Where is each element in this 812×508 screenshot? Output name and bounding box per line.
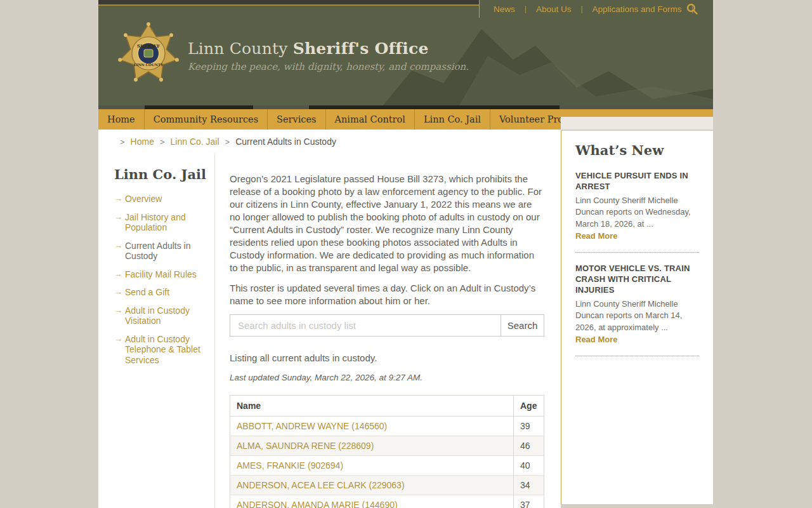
section-nav-list: → Overview → Jail History and Population… (114, 194, 214, 365)
inmate-name-cell: AMES, FRANKIE (902694) (230, 456, 514, 476)
svg-text:SHERIFF: SHERIFF (137, 43, 160, 49)
jail-section-nav: Linn Co. Jail → Overview → Jail History … (114, 154, 215, 508)
column-header-age: Age (514, 396, 544, 417)
section-nav-link[interactable]: Overview (125, 194, 162, 204)
utility-nav-link[interactable]: Applications and Forms (593, 4, 682, 14)
utility-nav-link[interactable]: News (494, 4, 515, 14)
header-top-strip (98, 0, 479, 6)
main-column: > Home > Linn Co. Jail > Current Adults … (98, 130, 561, 508)
inmate-age-cell: 46 (514, 436, 544, 456)
arrow-right-icon: → (114, 212, 122, 222)
section-nav-link[interactable]: Current Adults in Custody (125, 241, 191, 262)
table-row: ALMA, SAUNDRA RENE (228609) 46 (230, 436, 544, 456)
breadcrumb-link[interactable]: Home (131, 137, 154, 147)
news-item: MOTOR VEHICLE VS. TRAIN CRASH WITH CRITI… (575, 264, 699, 356)
roster-search-input[interactable] (230, 314, 501, 337)
read-more-link[interactable]: Read More (575, 335, 617, 344)
section-nav-link[interactable]: Send a Gift (125, 287, 169, 297)
news-title: VEHICLE PURSUIT ENDS IN ARREST (575, 171, 699, 192)
table-row: ANDERSON, AMANDA MARIE (144690) 37 (230, 495, 544, 508)
section-nav-item: → Jail History and Population (114, 212, 202, 233)
main-nav-tab[interactable]: Community Resources (145, 109, 268, 130)
last-updated-text: Last updated Sunday, March 22, 2026, at … (230, 373, 544, 382)
inmate-name-link[interactable]: ANDERSON, AMANDA MARIE (144690) (237, 500, 398, 508)
news-excerpt: Linn County Sheriff Michelle Duncan repo… (575, 195, 699, 230)
roster-section: Oregon’s 2021 Legislature passed House B… (215, 154, 561, 508)
arrow-right-icon: → (114, 241, 122, 250)
inmate-age-cell: 37 (514, 495, 544, 508)
main-nav-tab[interactable]: Home (98, 109, 145, 130)
section-nav-item: → Send a Gift (114, 287, 202, 298)
inmate-age-cell: 34 (514, 476, 544, 495)
intro-paragraph: Oregon’s 2021 Legislature passed House B… (230, 173, 544, 274)
content-columns: Linn Co. Jail → Overview → Jail History … (114, 154, 561, 508)
inmate-name-link[interactable]: AMES, FRANKIE (902694) (237, 460, 343, 471)
section-nav-link[interactable]: Jail History and Population (125, 212, 186, 233)
read-more-link[interactable]: Read More (575, 231, 617, 241)
utility-nav-item: About Us | (536, 4, 593, 14)
site-title: Linn County Sheriff's Office (188, 39, 469, 58)
svg-text:LINN COUNTY: LINN COUNTY (134, 63, 164, 67)
utility-nav-item: News | (494, 4, 536, 14)
utility-nav: News | About Us | Applications and Forms… (479, 0, 713, 18)
inmate-name-cell: ALMA, SAUNDRA RENE (228609) (230, 436, 514, 456)
news-excerpt: Linn County Sheriff Michelle Duncan repo… (575, 298, 699, 333)
section-nav-item: → Current Adults in Custody (114, 241, 202, 262)
masthead: Linn County Sheriff's Office Keeping the… (188, 39, 469, 72)
breadcrumb-separator: > (160, 137, 165, 147)
breadcrumb: > Home > Linn Co. Jail > Current Adults … (114, 130, 561, 154)
table-header-row: Name Age (230, 396, 544, 417)
section-nav-item: → Adult in Custody Telephone & Tablet Se… (114, 334, 202, 366)
main-nav-tab[interactable]: Services (268, 109, 325, 130)
arrow-right-icon: → (114, 334, 122, 344)
whats-new-sidebar: What’s New VEHICLE PURSUIT ENDS IN ARRES… (561, 130, 713, 508)
inmate-name-link[interactable]: ALMA, SAUNDRA RENE (228609) (237, 441, 374, 451)
column-header-name: Name (230, 396, 514, 417)
breadcrumb-item: > Home (114, 137, 154, 147)
breadcrumb-separator: > (120, 137, 125, 147)
inmate-name-cell: ABBOTT, ANDREW WAYNE (146560) (230, 417, 514, 436)
inmate-name-link[interactable]: ANDERSON, ACEA LEE CLARK (229063) (237, 480, 405, 490)
inmate-name-link[interactable]: ABBOTT, ANDREW WAYNE (146560) (237, 421, 387, 431)
search-icon[interactable] (686, 3, 698, 15)
table-row: ANDERSON, ACEA LEE CLARK (229063) 34 (230, 476, 544, 495)
listing-text: Listing all current adults in custody. (230, 352, 544, 363)
breadcrumb-item: > Linn Co. Jail (154, 137, 219, 147)
inmate-age-cell: 39 (514, 417, 544, 436)
nav-filler-bar (561, 109, 713, 130)
utility-nav-divider: | (525, 4, 527, 13)
arrow-right-icon: → (114, 194, 122, 203)
sheriff-badge-logo[interactable]: SHERIFF LINN COUNTY (116, 22, 181, 88)
arrow-right-icon: → (114, 287, 122, 297)
news-title: MOTOR VEHICLE VS. TRAIN CRASH WITH CRITI… (575, 264, 699, 296)
section-nav-link[interactable]: Adult in Custody Telephone & Tablet Serv… (125, 334, 200, 365)
section-nav-link[interactable]: Adult in Custody Visitation (125, 305, 190, 326)
whats-new-panel: What’s New VEHICLE PURSUIT ENDS IN ARRES… (561, 131, 713, 504)
utility-nav-divider: | (580, 4, 582, 13)
main-nav-tab[interactable]: Animal Control (326, 109, 415, 130)
site-header: News | About Us | Applications and Forms… (98, 0, 713, 105)
table-row: ABBOTT, ANDREW WAYNE (146560) 39 (230, 417, 544, 436)
utility-nav-link[interactable]: About Us (536, 4, 572, 14)
breadcrumb-link[interactable]: Current Adults in Custody (235, 137, 336, 147)
inmate-name-cell: ANDERSON, ACEA LEE CLARK (229063) (230, 476, 514, 495)
page-container: News | About Us | Applications and Forms… (98, 0, 713, 508)
news-list: VEHICLE PURSUIT ENDS IN ARREST Linn Coun… (575, 171, 699, 356)
whats-new-heading: What’s New (575, 142, 699, 158)
section-nav-item: → Overview (114, 194, 202, 204)
breadcrumb-separator: > (225, 137, 230, 147)
inmate-age-cell: 40 (514, 456, 544, 476)
breadcrumb-item: > Current Adults in Custody (219, 137, 336, 147)
main-nav-tab[interactable]: Linn Co. Jail (415, 109, 490, 130)
roster-search-button[interactable]: Search (501, 314, 544, 337)
breadcrumb-link[interactable]: Linn Co. Jail (171, 137, 219, 147)
table-row: AMES, FRANKIE (902694) 40 (230, 456, 544, 476)
section-nav-link[interactable]: Facility Mail Rules (125, 269, 197, 279)
content-area: > Home > Linn Co. Jail > Current Adults … (98, 130, 713, 508)
section-nav-heading: Linn Co. Jail (114, 166, 214, 182)
section-nav-item: → Adult in Custody Visitation (114, 305, 202, 326)
inmate-name-cell: ANDERSON, AMANDA MARIE (144690) (230, 495, 514, 508)
arrow-right-icon: → (114, 269, 122, 279)
roster-search: Search (230, 314, 544, 337)
custody-roster-table: Name Age ABBOTT, ANDREW WAYNE (146560) 3… (230, 395, 544, 508)
